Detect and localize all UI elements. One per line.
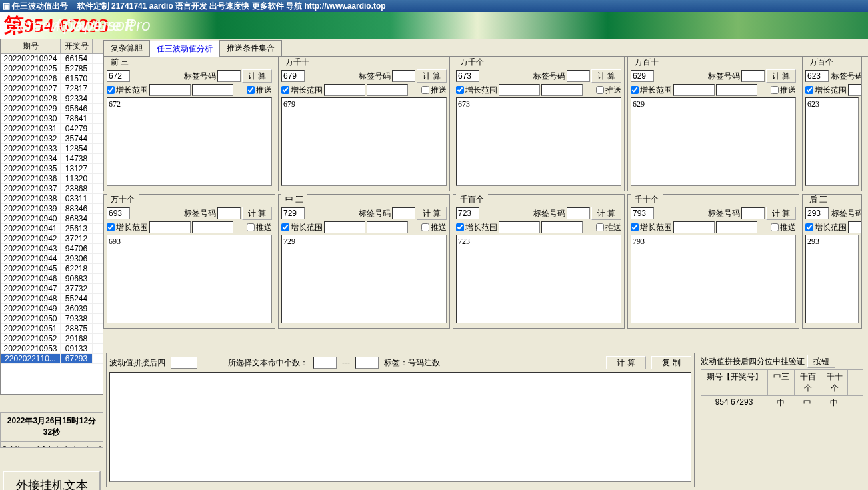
table-row[interactable]: 20220221092995646 <box>1 104 103 114</box>
vcol-qbg[interactable]: 千百个 <box>795 370 821 395</box>
table-row[interactable]: 20220221093513127 <box>1 164 103 174</box>
table-row[interactable]: 20220221093312854 <box>1 144 103 154</box>
grow-checkbox[interactable] <box>107 86 115 94</box>
grow-input-1[interactable] <box>149 84 191 96</box>
table-row[interactable]: 20220221093414738 <box>1 154 103 164</box>
table-row[interactable]: 20220221093803311 <box>1 194 103 204</box>
concat-input[interactable] <box>171 357 197 369</box>
grow-input-1[interactable] <box>149 221 191 233</box>
table-row[interactable]: 20220221094439306 <box>1 254 103 264</box>
vcol-mid3[interactable]: 中三 <box>768 370 795 395</box>
table-row[interactable]: 20220221093723868 <box>1 184 103 194</box>
grow-checkbox[interactable] <box>805 223 813 231</box>
tag-number-input[interactable] <box>567 70 590 82</box>
table-row[interactable]: 20220221093988346 <box>1 204 103 214</box>
vcol-period[interactable]: 期号【开奖号】 <box>701 370 768 395</box>
panel-output[interactable]: 679 <box>281 97 447 186</box>
panel-output[interactable]: 693 <box>107 235 272 323</box>
grow-checkbox[interactable] <box>456 86 464 94</box>
table-row[interactable]: 20220221092552785 <box>1 64 103 74</box>
grow-input-2[interactable] <box>716 221 757 233</box>
table-row[interactable]: 20220221094237212 <box>1 234 103 244</box>
grow-input-1[interactable] <box>848 84 862 96</box>
push-checkbox[interactable] <box>771 86 779 94</box>
grow-input-2[interactable] <box>192 84 233 96</box>
panel-output[interactable]: 672 <box>107 97 272 186</box>
tab-complex[interactable]: 复杂算胆 <box>103 40 150 56</box>
table-row[interactable]: 20220221092466154 <box>1 54 103 64</box>
grow-input-2[interactable] <box>716 84 757 96</box>
panel-output[interactable]: 293 <box>805 235 859 323</box>
grow-checkbox[interactable] <box>631 86 639 94</box>
table-row[interactable]: 20220221094855244 <box>1 294 103 304</box>
hit-count-1[interactable] <box>313 357 337 369</box>
panel-value-input[interactable] <box>281 70 305 82</box>
push-checkbox[interactable] <box>421 223 429 231</box>
panel-value-input[interactable] <box>281 207 305 219</box>
panel-output[interactable]: 673 <box>456 97 621 186</box>
table-row[interactable]: 20220221094737732 <box>1 284 103 294</box>
calc-button[interactable]: 计 算 <box>242 207 272 220</box>
tag-number-input[interactable] <box>217 70 241 82</box>
grow-input-2[interactable] <box>192 221 233 233</box>
tag-number-input[interactable] <box>741 70 765 82</box>
tag-number-input[interactable] <box>392 70 415 82</box>
table-row[interactable]: 20220221094690683 <box>1 274 103 284</box>
panel-value-input[interactable] <box>107 207 130 219</box>
grow-input-1[interactable] <box>324 84 365 96</box>
panel-value-input[interactable] <box>456 207 479 219</box>
grow-checkbox[interactable] <box>107 223 115 231</box>
grow-checkbox[interactable] <box>805 86 813 94</box>
bottom-copy-button[interactable]: 复 制 <box>651 356 691 369</box>
grow-input-1[interactable] <box>673 84 715 96</box>
table-row[interactable]: 20220221094086834 <box>1 214 103 224</box>
grow-checkbox[interactable] <box>281 86 289 94</box>
tab-push-set[interactable]: 推送条件集合 <box>219 40 282 56</box>
bottom-output-textarea[interactable] <box>109 372 691 482</box>
grow-checkbox[interactable] <box>456 223 464 231</box>
table-row[interactable]: 20220221093235744 <box>1 134 103 144</box>
panel-output[interactable]: 723 <box>456 235 621 323</box>
grow-input-1[interactable] <box>499 221 540 233</box>
grow-input-2[interactable] <box>541 221 583 233</box>
grow-checkbox[interactable] <box>631 223 639 231</box>
grow-input-1[interactable] <box>324 221 365 233</box>
table-row[interactable]: 20220221093611320 <box>1 174 103 184</box>
table-row[interactable]: 20220221092661570 <box>1 74 103 84</box>
table-row[interactable]: 20220221094125613 <box>1 224 103 234</box>
panel-output[interactable]: 629 <box>631 97 796 186</box>
push-checkbox[interactable] <box>247 86 255 94</box>
push-checkbox[interactable] <box>247 223 255 231</box>
panel-value-input[interactable] <box>805 207 829 219</box>
table-row[interactable]: 20220221094562218 <box>1 264 103 274</box>
panel-output[interactable]: 623 <box>805 97 859 186</box>
col-number[interactable]: 开奖号 <box>61 39 93 53</box>
push-checkbox[interactable] <box>596 86 604 94</box>
calc-button[interactable]: 计 算 <box>766 207 796 220</box>
table-row[interactable]: 20220221092772817 <box>1 84 103 94</box>
vcol-qsg[interactable]: 千十个 <box>821 370 848 395</box>
panel-value-input[interactable] <box>631 70 654 82</box>
panel-output[interactable]: 729 <box>281 235 447 323</box>
panel-output[interactable]: 793 <box>631 235 796 323</box>
table-row[interactable]: 20220221095079338 <box>1 314 103 324</box>
grow-input-2[interactable] <box>367 84 408 96</box>
panel-value-input[interactable] <box>456 70 479 82</box>
verify-button[interactable]: 按钮 <box>807 355 835 368</box>
table-row[interactable]: 20220221095128875 <box>1 324 103 334</box>
verify-row[interactable]: 954 67293 中 中 中 <box>701 396 863 410</box>
external-file-button[interactable]: 外接挂机文本 <box>3 471 101 490</box>
panel-value-input[interactable] <box>631 207 654 219</box>
table-row[interactable]: 2202022110...67293 <box>1 354 103 364</box>
calc-button[interactable]: 计 算 <box>417 207 447 220</box>
bottom-calc-button[interactable]: 计 算 <box>606 356 646 369</box>
grow-input-2[interactable] <box>541 84 583 96</box>
table-row[interactable]: 20220221095309133 <box>1 344 103 354</box>
panel-value-input[interactable] <box>107 70 130 82</box>
calc-button[interactable]: 计 算 <box>591 69 621 83</box>
grow-checkbox[interactable] <box>281 223 289 231</box>
grow-input-1[interactable] <box>499 84 540 96</box>
calc-button[interactable]: 计 算 <box>417 69 447 83</box>
grow-input-1[interactable] <box>673 221 715 233</box>
table-row[interactable]: 20220221092892334 <box>1 94 103 104</box>
